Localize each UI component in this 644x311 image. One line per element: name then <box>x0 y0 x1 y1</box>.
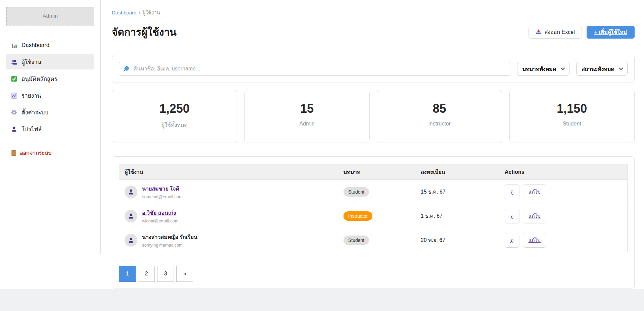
page-button-1[interactable]: 1 <box>119 266 136 282</box>
users-table-card: ผู้ใช้งาน บทบาท ลงทะเบียน Actions <box>112 156 635 289</box>
status-filter-select[interactable]: สถานะทั้งหมด <box>576 62 628 76</box>
role-filter-select[interactable]: บทบาททั้งหมด <box>517 62 569 76</box>
bar-chart-icon <box>11 42 17 49</box>
breadcrumb-separator: / <box>139 10 140 15</box>
sidebar-item-label: โปรไฟล์ <box>21 124 42 134</box>
bottom-strip <box>0 289 644 311</box>
sidebar-item-course-approval[interactable]: อนุมัติหลักสูตร <box>6 71 94 86</box>
stat-card-instructor: 85 Instructor <box>377 90 502 143</box>
row-actions: ดู แก้ไข <box>505 233 622 248</box>
row-actions: ดู แก้ไข <box>505 209 622 223</box>
add-user-button[interactable]: + เพิ่มผู้ใช้ใหม่ <box>587 26 635 39</box>
sidebar: Admin Dashboard ผู้ใช้งาน <box>0 0 101 254</box>
stat-card-student: 1,150 Student <box>509 90 635 143</box>
user-cell: นางสาวสมหญิง รักเรียน somying@email.com <box>125 233 332 248</box>
brand-logo-placeholder: Admin <box>6 7 94 25</box>
export-excel-label: ส่งออก Excel <box>545 28 575 36</box>
column-header-user: ผู้ใช้งาน <box>119 164 338 180</box>
edit-button[interactable]: แก้ไข <box>523 185 547 199</box>
sidebar-item-label: รายงาน <box>21 91 41 100</box>
edit-button[interactable]: แก้ไข <box>523 209 547 223</box>
users-table: ผู้ใช้งาน บทบาท ลงทะเบียน Actions <box>119 164 628 252</box>
edit-button[interactable]: แก้ไข <box>523 233 547 248</box>
trend-chart-icon <box>11 92 17 99</box>
sidebar-divider <box>6 141 94 141</box>
export-excel-button[interactable]: ส่งออก Excel <box>528 26 582 39</box>
role-badge: Instructor <box>343 211 372 221</box>
stat-label: Instructor <box>377 121 502 127</box>
brand-label: Admin <box>43 13 58 19</box>
user-name-link[interactable]: นายสมชาย ใจดี <box>142 186 179 192</box>
stat-card-admin: 15 Admin <box>244 90 370 143</box>
person-icon <box>128 213 134 219</box>
pagination: 1 2 3 » <box>119 266 628 282</box>
user-cell: นายสมชาย ใจดี somchai@email.com <box>125 185 332 199</box>
sidebar-item-label: อนุมัติหลักสูตร <box>21 74 57 83</box>
user-name: นางสาวสมหญิง รักเรียน <box>142 234 197 240</box>
breadcrumb-current: ผู้ใช้งาน <box>143 10 160 15</box>
user-name-link[interactable]: อ.วิชัย สอนเก่ง <box>142 210 176 216</box>
sidebar-item-settings[interactable]: ตั้งค่าระบบ <box>6 105 94 120</box>
sidebar-item-dashboard[interactable]: Dashboard <box>6 38 94 53</box>
stat-value: 85 <box>377 102 502 116</box>
row-actions: ดู แก้ไข <box>505 185 622 199</box>
user-email: somying@email.com <box>142 243 197 248</box>
person-icon <box>128 237 134 244</box>
stat-value: 1,150 <box>510 102 635 116</box>
role-badge: Student <box>343 236 369 245</box>
check-icon <box>11 75 17 82</box>
sidebar-item-reports[interactable]: รายงาน <box>6 88 94 103</box>
view-button[interactable]: ดู <box>505 209 519 223</box>
stats-row: 1,250 ผู้ใช้ทั้งหมด 15 Admin 85 Instruct… <box>112 90 635 143</box>
stat-label: Student <box>510 121 635 127</box>
sidebar-item-users[interactable]: ผู้ใช้งาน <box>6 54 94 69</box>
main-content: Dashboard/ผู้ใช้งาน จัดการผู้ใช้งาน ส่งอ… <box>101 0 644 289</box>
breadcrumb-dashboard-link[interactable]: Dashboard <box>112 10 136 15</box>
page-header: จัดการผู้ใช้งาน ส่งออก Excel + เพิ่มผู้ใ… <box>112 24 635 40</box>
view-button[interactable]: ดู <box>505 185 519 199</box>
gear-icon <box>11 109 17 116</box>
app: Admin Dashboard ผู้ใช้งาน <box>0 0 644 289</box>
page-button-next[interactable]: » <box>176 266 193 282</box>
logout-label: ออกจากระบบ <box>20 149 51 157</box>
person-icon <box>11 126 17 133</box>
page-title: จัดการผู้ใช้งาน <box>112 24 177 40</box>
registered-date: 15 ธ.ค. 67 <box>421 189 446 195</box>
sidebar-item-profile[interactable]: โปรไฟล์ <box>6 121 94 137</box>
sidebar-item-label: ตั้งค่าระบบ <box>21 108 48 117</box>
view-button[interactable]: ดู <box>505 233 519 248</box>
user-identity: อ.วิชัย สอนเก่ง wichai@email.com <box>142 209 179 223</box>
stat-card-total-users: 1,250 ผู้ใช้ทั้งหมด <box>112 90 237 143</box>
door-icon <box>11 150 16 156</box>
stat-value: 15 <box>245 102 370 116</box>
page-button-3[interactable]: 3 <box>157 266 174 282</box>
header-actions: ส่งออก Excel + เพิ่มผู้ใช้ใหม่ <box>528 26 635 39</box>
page-button-2[interactable]: 2 <box>138 266 155 282</box>
search-icon <box>123 65 130 72</box>
search-wrap <box>119 62 510 76</box>
filter-bar: บทบาททั้งหมด สถานะทั้งหมด <box>112 55 635 83</box>
role-badge: Student <box>343 187 369 197</box>
registered-date: 1 ธ.ค. 67 <box>421 213 443 219</box>
stat-label: Admin <box>245 121 370 127</box>
logout-link[interactable]: ออกจากระบบ <box>6 149 94 157</box>
avatar <box>125 210 137 222</box>
table-header-row: ผู้ใช้งาน บทบาท ลงทะเบียน Actions <box>119 164 628 180</box>
table-row: นายสมชาย ใจดี somchai@email.com Student … <box>119 180 628 204</box>
stat-value: 1,250 <box>112 102 237 116</box>
column-header-actions: Actions <box>499 164 628 180</box>
sidebar-item-label: Dashboard <box>21 42 49 49</box>
registered-date: 20 พ.ย. 67 <box>421 237 445 243</box>
users-icon <box>11 59 17 65</box>
user-email: wichai@email.com <box>142 218 179 223</box>
sidebar-menu: Dashboard ผู้ใช้งาน อนุมัติหลักสูตร <box>6 38 94 137</box>
sidebar-item-label: ผู้ใช้งาน <box>21 57 41 66</box>
user-cell: อ.วิชัย สอนเก่ง wichai@email.com <box>125 209 332 223</box>
user-identity: นายสมชาย ใจดี somchai@email.com <box>142 185 183 199</box>
person-icon <box>128 189 134 195</box>
column-header-registered: ลงทะเบียน <box>415 164 499 180</box>
column-header-role: บทบาท <box>338 164 415 180</box>
avatar <box>125 234 137 247</box>
search-input[interactable] <box>119 62 510 76</box>
status-filter-wrap: สถานะทั้งหมด <box>576 62 628 76</box>
